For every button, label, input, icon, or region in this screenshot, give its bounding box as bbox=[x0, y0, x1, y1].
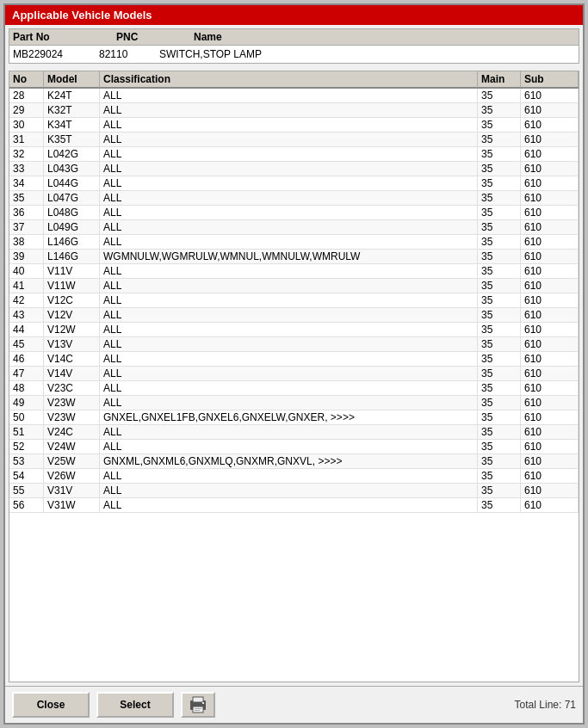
cell-no: 43 bbox=[9, 308, 44, 322]
table-row[interactable]: 30 K34T ALL 35 610 bbox=[9, 118, 579, 133]
cell-no: 42 bbox=[9, 293, 44, 307]
cell-main: 35 bbox=[478, 147, 521, 161]
cell-model: V23C bbox=[44, 381, 100, 395]
cell-model: V11V bbox=[44, 264, 100, 278]
cell-main: 35 bbox=[478, 484, 521, 497]
svg-rect-1 bbox=[193, 697, 203, 702]
table-row[interactable]: 42 V12C ALL 35 610 bbox=[9, 293, 579, 308]
table-row[interactable]: 44 V12W ALL 35 610 bbox=[9, 323, 579, 337]
table-row[interactable]: 34 L044G ALL 35 610 bbox=[9, 176, 579, 191]
table-row[interactable]: 48 V23C ALL 35 610 bbox=[9, 381, 579, 396]
table-row[interactable]: 53 V25W GNXML,GNXML6,GNXMLQ,GNXMR,GNXVL,… bbox=[9, 454, 579, 469]
cell-main: 35 bbox=[478, 220, 521, 234]
cell-no: 30 bbox=[9, 118, 44, 132]
svg-rect-3 bbox=[195, 708, 201, 709]
table-row[interactable]: 51 V24C ALL 35 610 bbox=[9, 425, 579, 440]
table-row[interactable]: 46 V14C ALL 35 610 bbox=[9, 352, 579, 367]
table-row[interactable]: 41 V11W ALL 35 610 bbox=[9, 279, 579, 293]
cell-model: V25W bbox=[44, 454, 100, 468]
cell-model: V14V bbox=[44, 367, 100, 380]
table-row[interactable]: 38 L146G ALL 35 610 bbox=[9, 235, 579, 250]
cell-sub: 610 bbox=[521, 220, 579, 234]
cell-main: 35 bbox=[478, 133, 521, 146]
cell-no: 29 bbox=[9, 103, 44, 117]
table-row[interactable]: 36 L048G ALL 35 610 bbox=[9, 206, 579, 220]
pnc-header: PNC bbox=[116, 31, 159, 43]
cell-model: V14C bbox=[44, 352, 100, 366]
cell-no: 49 bbox=[9, 396, 44, 410]
cell-sub: 610 bbox=[521, 293, 579, 307]
cell-sub: 610 bbox=[521, 410, 579, 424]
table-row[interactable]: 35 L047G ALL 35 610 bbox=[9, 191, 579, 206]
cell-classification: ALL bbox=[100, 191, 478, 205]
part-info-header: Part No PNC Name bbox=[9, 29, 579, 46]
cell-main: 35 bbox=[478, 250, 521, 263]
table-body[interactable]: 28 K24T ALL 35 610 29 K32T ALL 35 610 30… bbox=[9, 89, 579, 682]
cell-main: 35 bbox=[478, 293, 521, 307]
cell-model: K32T bbox=[44, 103, 100, 117]
col-model-header: Model bbox=[44, 71, 100, 88]
cell-classification: ALL bbox=[100, 308, 478, 322]
cell-no: 44 bbox=[9, 323, 44, 336]
part-info-row: MB229024 82110 SWITCH,STOP LAMP bbox=[9, 46, 579, 63]
cell-main: 35 bbox=[478, 89, 521, 102]
cell-classification: GNXEL,GNXEL1FB,GNXEL6,GNXELW,GNXER, >>>> bbox=[100, 410, 478, 424]
table-row[interactable]: 55 V31V ALL 35 610 bbox=[9, 484, 579, 498]
cell-no: 37 bbox=[9, 220, 44, 234]
table-row[interactable]: 45 V13V ALL 35 610 bbox=[9, 337, 579, 352]
cell-model: L048G bbox=[44, 206, 100, 219]
table-row[interactable]: 33 L043G ALL 35 610 bbox=[9, 162, 579, 176]
cell-model: V26W bbox=[44, 469, 100, 483]
table-row[interactable]: 47 V14V ALL 35 610 bbox=[9, 367, 579, 381]
cell-sub: 610 bbox=[521, 103, 579, 117]
cell-sub: 610 bbox=[521, 367, 579, 380]
table-row[interactable]: 50 V23W GNXEL,GNXEL1FB,GNXEL6,GNXELW,GNX… bbox=[9, 410, 579, 425]
cell-no: 33 bbox=[9, 162, 44, 176]
cell-classification: ALL bbox=[100, 89, 478, 102]
cell-no: 50 bbox=[9, 410, 44, 424]
cell-model: V23W bbox=[44, 396, 100, 410]
select-button[interactable]: Select bbox=[96, 692, 174, 718]
cell-classification: ALL bbox=[100, 484, 478, 497]
cell-main: 35 bbox=[478, 103, 521, 117]
cell-no: 36 bbox=[9, 206, 44, 219]
cell-model: L043G bbox=[44, 162, 100, 176]
close-button[interactable]: Close bbox=[12, 692, 90, 718]
cell-main: 35 bbox=[478, 396, 521, 410]
part-no-value: MB229024 bbox=[13, 48, 82, 60]
table-row[interactable]: 40 V11V ALL 35 610 bbox=[9, 264, 579, 279]
table-row[interactable]: 39 L146G WGMNULW,WGMRULW,WMNUL,WMNULW,WM… bbox=[9, 250, 579, 264]
cell-no: 55 bbox=[9, 484, 44, 497]
cell-sub: 610 bbox=[521, 206, 579, 219]
cell-sub: 610 bbox=[521, 498, 579, 512]
table-row[interactable]: 52 V24W ALL 35 610 bbox=[9, 440, 579, 454]
table-row[interactable]: 54 V26W ALL 35 610 bbox=[9, 469, 579, 484]
table-row[interactable]: 29 K32T ALL 35 610 bbox=[9, 103, 579, 118]
cell-main: 35 bbox=[478, 308, 521, 322]
table-row[interactable]: 31 K35T ALL 35 610 bbox=[9, 133, 579, 147]
table-row[interactable]: 43 V12V ALL 35 610 bbox=[9, 308, 579, 323]
cell-model: V23W bbox=[44, 410, 100, 424]
table-row[interactable]: 56 V31W ALL 35 610 bbox=[9, 498, 579, 513]
cell-sub: 610 bbox=[521, 323, 579, 336]
cell-main: 35 bbox=[478, 323, 521, 336]
table-header: No Model Classification Main Sub bbox=[9, 71, 579, 89]
table-row[interactable]: 32 L042G ALL 35 610 bbox=[9, 147, 579, 162]
cell-model: V12V bbox=[44, 308, 100, 322]
cell-sub: 610 bbox=[521, 235, 579, 249]
cell-classification: ALL bbox=[100, 103, 478, 117]
cell-sub: 610 bbox=[521, 250, 579, 263]
table-row[interactable]: 37 L049G ALL 35 610 bbox=[9, 220, 579, 235]
cell-sub: 610 bbox=[521, 454, 579, 468]
print-button[interactable] bbox=[181, 692, 215, 718]
cell-model: V31W bbox=[44, 498, 100, 512]
table-row[interactable]: 28 K24T ALL 35 610 bbox=[9, 89, 579, 103]
cell-classification: ALL bbox=[100, 264, 478, 278]
cell-main: 35 bbox=[478, 469, 521, 483]
cell-main: 35 bbox=[478, 381, 521, 395]
cell-main: 35 bbox=[478, 425, 521, 439]
printer-icon bbox=[188, 695, 208, 714]
cell-classification: ALL bbox=[100, 337, 478, 351]
table-row[interactable]: 49 V23W ALL 35 610 bbox=[9, 396, 579, 410]
cell-no: 47 bbox=[9, 367, 44, 380]
